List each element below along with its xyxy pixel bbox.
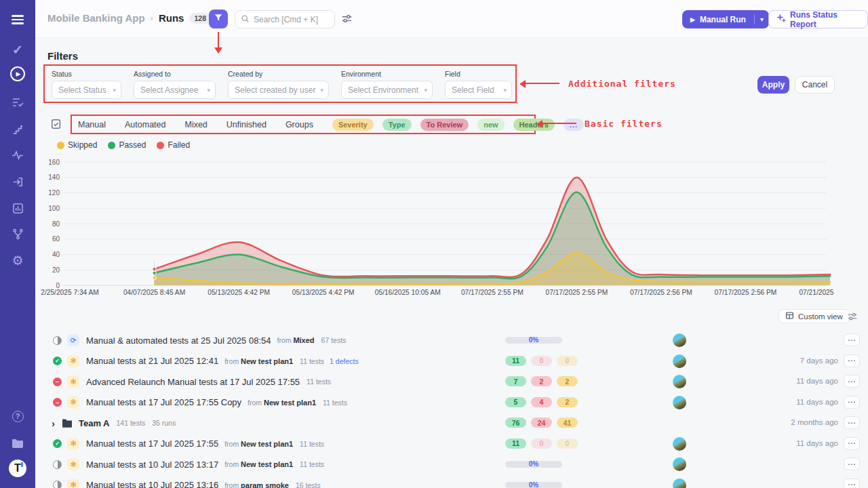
filter-select-created-by[interactable]: Select created by user▾	[228, 81, 329, 99]
folder-icon	[62, 418, 73, 428]
more-button[interactable]: ⋯	[844, 416, 860, 429]
tab-groups[interactable]: Groups	[285, 120, 313, 129]
more-button[interactable]: ⋯	[844, 479, 860, 488]
row-main: ⟳Manual & automated tests at 25 Jul 2025…	[43, 330, 346, 351]
docs-folder-icon[interactable]	[0, 432, 35, 453]
table-row[interactable]: –✻Manual tests at 17 Jul 2025 17:55 Copy…	[43, 392, 861, 413]
passed-count-badge: 5	[505, 397, 526, 407]
filter-select-status[interactable]: Select Status▾	[52, 81, 121, 99]
group-tests-count: 141 tests	[117, 419, 146, 427]
skipped-count-badge: 2	[557, 397, 578, 407]
cancel-button[interactable]: Cancel	[795, 76, 835, 94]
apply-button[interactable]: Apply	[757, 76, 789, 94]
svg-text:07/17/2025 2:55 PM: 07/17/2025 2:55 PM	[545, 289, 608, 296]
sparkles-icon	[776, 14, 786, 25]
result-badges: 762441	[505, 418, 578, 428]
status-failed-icon: –	[53, 378, 62, 386]
logo-icon[interactable]: T	[0, 458, 35, 479]
table-row[interactable]: ✓✻Manual tests at 21 Jul 2025 12:41from …	[43, 351, 861, 372]
run-from: from New test plan1	[224, 440, 293, 448]
more-button[interactable]: ⋯	[844, 375, 860, 388]
more-button[interactable]: ⋯	[844, 437, 860, 450]
milestones-steps-icon[interactable]	[0, 119, 35, 140]
defects-link[interactable]: 1 defects	[330, 357, 359, 365]
import-icon[interactable]	[0, 171, 35, 192]
manual-run-button[interactable]: ▶Manual Run ▾	[682, 10, 769, 28]
table-row[interactable]: ✻Manual tests at 10 Jul 2025 13:17from N…	[43, 454, 861, 475]
spinner-icon: ✻	[67, 458, 79, 470]
tab-manual[interactable]: Manual	[78, 120, 106, 129]
filter-select-field[interactable]: Select Field▾	[445, 81, 512, 99]
result-badges: 1100	[505, 439, 578, 449]
tab-unfinished[interactable]: Unfinished	[226, 120, 267, 129]
test-plans-icon[interactable]	[0, 92, 35, 113]
status-failed-icon: –	[53, 398, 62, 407]
search-box[interactable]	[235, 10, 335, 28]
passed-count-badge: 11	[505, 356, 526, 366]
run-timestamp: 11 days ago	[796, 439, 838, 447]
filter-select-assigned-to[interactable]: Select Assignee▾	[134, 81, 216, 99]
search-settings-sliders-icon[interactable]	[341, 13, 353, 27]
run-title: Manual tests at 17 Jul 2025 17:55 Copy	[86, 397, 241, 407]
avatar	[673, 458, 686, 471]
filter-select-environment[interactable]: Select Environment▾	[341, 81, 433, 99]
tag-new[interactable]: new	[477, 119, 504, 131]
tab-mixed[interactable]: Mixed	[184, 120, 207, 129]
table-row[interactable]: ✻Manual tests at 10 Jul 2025 13:16from p…	[43, 475, 861, 488]
svg-text:07/21/2025 9:41 AM: 07/21/2025 9:41 AM	[799, 289, 834, 296]
tag-headers[interactable]: Headers	[513, 119, 555, 131]
pulse-activity-icon[interactable]	[0, 145, 35, 165]
legend-item-skipped[interactable]: Skipped	[57, 140, 97, 150]
help-icon[interactable]: ?	[0, 406, 35, 426]
avatar	[673, 437, 686, 451]
runs-play-icon[interactable]: ▶	[0, 64, 35, 84]
branches-icon[interactable]	[0, 224, 35, 244]
sidebar: ✓▶⚙?T	[0, 0, 35, 488]
filter-label: Environment	[341, 70, 433, 78]
legend-item-failed[interactable]: Failed	[157, 140, 190, 150]
manual-run-dropdown[interactable]: ▾	[754, 14, 769, 24]
more-button[interactable]: ⋯	[844, 396, 860, 409]
annotation-additional-filters: Additional filters	[568, 79, 676, 89]
passed-count-badge: 76	[505, 418, 526, 428]
table-row[interactable]: –✻Advanced Relaunch Manual tests at 17 J…	[43, 371, 861, 392]
result-badges: 542	[505, 397, 578, 407]
view-settings-sliders-icon[interactable]	[847, 311, 858, 325]
tag-severity[interactable]: Severity	[332, 119, 374, 131]
skipped-count-badge: 0	[557, 356, 578, 366]
legend-item-passed[interactable]: Passed	[108, 140, 146, 150]
breadcrumb-project[interactable]: Mobile Banking App	[47, 12, 145, 24]
more-button[interactable]: ⋯	[844, 354, 860, 367]
tag-to-review[interactable]: To Review	[420, 119, 469, 131]
tests-check-icon[interactable]: ✓	[0, 39, 35, 60]
more-tags-button[interactable]: ...	[564, 119, 584, 131]
search-input[interactable]	[254, 15, 329, 24]
filter-toggle-button[interactable]	[209, 9, 228, 28]
table-row[interactable]: ⟳Manual & automated tests at 25 Jul 2025…	[43, 330, 861, 351]
search-icon	[241, 14, 250, 26]
runs-status-report-button[interactable]: Runs Status Report	[768, 10, 868, 28]
analytics-chart-icon[interactable]	[0, 198, 35, 218]
progress-label: 0%	[505, 336, 562, 344]
bulk-edit-checklist-icon[interactable]	[50, 118, 62, 133]
chevron-right-icon[interactable]: ›	[52, 418, 55, 429]
group-title: Team A	[79, 418, 110, 428]
row-main: –✻Advanced Relaunch Manual tests at 17 J…	[43, 371, 331, 392]
group-row[interactable]: ›Team A141 tests35 runs7624412 months ag…	[43, 413, 861, 434]
more-button[interactable]: ⋯	[844, 458, 860, 470]
svg-text:40: 40	[52, 251, 60, 258]
skipped-count-badge: 41	[557, 418, 578, 428]
annotation-basic-filters: Basic filters	[585, 119, 663, 129]
progress-label: 0%	[505, 460, 562, 468]
more-button[interactable]: ⋯	[844, 333, 860, 346]
settings-gear-icon[interactable]: ⚙	[0, 250, 35, 270]
run-title: Manual tests at 17 Jul 2025 17:55	[86, 439, 218, 449]
ellipsis-icon: ⋯	[848, 418, 856, 428]
custom-view-button[interactable]: Custom view	[778, 309, 850, 323]
tab-automated[interactable]: Automated	[125, 120, 165, 129]
status-in-progress-icon	[53, 481, 62, 488]
avatar	[673, 396, 686, 409]
menu-icon[interactable]	[0, 9, 35, 30]
table-row[interactable]: ✓✻Manual tests at 17 Jul 2025 17:55from …	[43, 434, 861, 455]
tag-type[interactable]: Type	[382, 119, 412, 131]
